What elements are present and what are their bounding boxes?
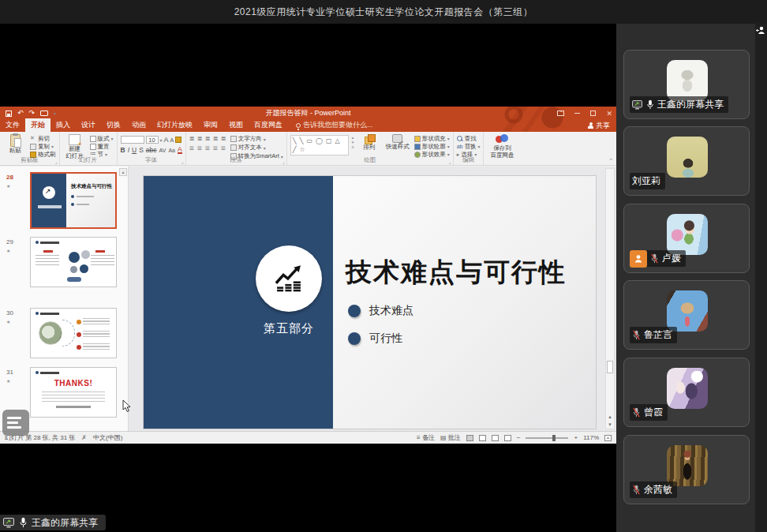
previous-slide-icon[interactable]: ▲ [606,414,614,419]
tab-slideshow[interactable]: 幻灯片放映 [152,118,198,132]
participant-tile[interactable]: 王鑫的屏幕共享 [623,50,750,119]
columns-icon[interactable] [221,146,227,152]
thanks-text: THANKS! [31,379,116,388]
tab-baidu-netdisk[interactable]: 百度网盘 [249,118,288,132]
notes-button[interactable]: ≡ 备注 [417,433,435,442]
shapes-scroll[interactable]: ▴▾≡ [352,135,354,149]
justify-icon[interactable] [213,146,219,152]
align-center-icon[interactable] [197,146,204,152]
copy-button[interactable]: 复制▾ [30,143,56,150]
arrange-button[interactable]: 排列 [357,133,381,152]
scrollbar-thumb[interactable] [607,361,613,373]
tab-insert[interactable]: 插入 [51,118,76,132]
quick-styles-button[interactable]: 快速样式 [384,133,411,151]
normal-view-icon[interactable] [466,435,473,441]
zoom-in-button[interactable]: + [574,434,578,441]
dialog-launcher-icon[interactable]: ⌟ [282,159,285,164]
shape-fill-button[interactable]: 形状填充▾ [414,135,450,142]
tell-me-box[interactable]: 告诉我您想要做什么... [296,120,373,132]
bullets-icon[interactable] [189,137,196,143]
meeting-toolbar-icon[interactable] [2,410,29,436]
spellcheck-icon[interactable]: ✗ [81,434,87,441]
fit-to-window-icon[interactable] [604,435,612,441]
align-left-icon[interactable] [189,146,196,152]
indent-decrease-icon[interactable] [205,137,211,143]
dialog-launcher-icon[interactable]: ⌟ [449,159,451,164]
slide-sorter-icon[interactable] [479,435,486,441]
ppt-status-bar: 幻灯片 第 28 张, 共 31 张 ✗ 中文(中国) ≡ 备注 ▤ 批注 − … [0,431,616,444]
collapse-sidebar-icon[interactable] [756,26,765,36]
participant-tile[interactable]: 卢媛 [623,204,750,273]
tab-design[interactable]: 设计 [76,118,101,132]
current-slide[interactable]: 第五部分 技术难点与可行性 技术难点 可行性 [144,176,596,429]
thumbs-scroll-up[interactable]: ▴ [119,168,127,176]
ribbon-options-button[interactable] [557,111,564,116]
thumbnail-slide-29[interactable] [30,237,117,287]
tab-home[interactable]: 开始 [25,118,51,132]
thumbnail-slide-28[interactable]: 技术难点与可行性 [30,172,117,229]
replace-button[interactable]: ab替换▾ [457,143,481,150]
indent-increase-icon[interactable] [213,137,219,143]
char-spacing-button[interactable]: AV [159,148,166,153]
paste-button[interactable]: 粘贴 [3,133,27,155]
zoom-level[interactable]: 117% [583,434,599,441]
shape-outline-button[interactable]: 形状轮廓▾ [414,143,450,150]
thumbnail-slide-31[interactable]: THANKS! [30,367,117,418]
maximize-button[interactable] [590,111,596,116]
language-indicator[interactable]: 中文(中国) [93,433,122,442]
change-case-button[interactable]: Aa [168,148,175,153]
shapes-gallery[interactable]: ╲╲▭◯▢△╱☆ [290,135,349,155]
numbering-icon[interactable] [197,137,204,143]
zoom-out-button[interactable]: − [517,434,521,441]
group-font: 10 ▾ A A B I U S abc AV [118,132,186,165]
cut-button[interactable]: 剪切 [30,135,56,142]
text-shadow-button[interactable]: S [139,146,144,154]
mouse-cursor [122,399,132,413]
tab-review[interactable]: 审阅 [198,118,223,132]
zoom-slider-thumb[interactable] [552,435,556,441]
participant-tile[interactable]: 鲁芷言 [623,280,750,350]
font-name-box[interactable] [121,136,144,144]
tab-animations[interactable]: 动画 [126,118,152,132]
tab-file[interactable]: 文件 [0,118,25,132]
share-button[interactable]: 共享 [588,121,610,131]
font-color-button[interactable]: A [178,146,182,155]
mic-muted-icon [632,485,641,495]
sidebar-edge [755,24,767,532]
align-right-icon[interactable] [205,146,211,152]
thumbnail-slide-30[interactable] [30,308,117,358]
layout-button[interactable]: 版式▾ [90,135,114,142]
comments-button[interactable]: ▤ 批注 [440,433,461,442]
grow-font-button[interactable]: A [164,136,169,144]
participant-tile[interactable]: 刘亚莉 [623,126,750,196]
participant-tile[interactable]: 曾霞 [623,358,750,427]
slide-thumbnail-panel: ▴ 28★ 技术难点与可行性 29★ [0,167,129,431]
italic-button[interactable]: I [128,146,129,154]
minimize-button[interactable] [574,113,580,114]
tab-transitions[interactable]: 切换 [101,118,126,132]
text-direction-button[interactable]: 文字方向▾ [230,135,283,143]
quick-styles-icon [392,134,402,143]
collapse-ribbon-icon[interactable]: ⌃ [608,158,613,164]
shrink-font-button[interactable]: A [170,137,174,143]
dialog-launcher-icon[interactable]: ⌟ [181,159,184,164]
close-button[interactable]: ✕ [606,110,612,118]
align-text-button[interactable]: 对齐文本▾ [230,144,283,152]
editor-scrollbar[interactable]: ▲ ▼ [605,168,615,429]
line-spacing-icon[interactable] [221,137,227,143]
mini-chart-icon [43,186,55,199]
participant-tile[interactable]: 余茜敏 [623,435,750,504]
next-slide-icon[interactable]: ▼ [606,422,614,427]
find-button[interactable]: 查找 [457,135,481,142]
strikethrough-button[interactable]: abc [146,146,157,154]
bold-button[interactable]: B [121,146,125,154]
reading-view-icon[interactable] [492,435,499,441]
zoom-slider[interactable] [526,437,568,439]
slideshow-view-icon[interactable] [504,435,511,441]
dialog-launcher-icon[interactable]: ⌟ [55,159,58,164]
tab-view[interactable]: 视图 [223,118,249,132]
clear-format-icon[interactable] [175,137,181,143]
font-size-box[interactable]: 10 [146,136,159,144]
underline-button[interactable]: U [132,146,137,154]
save-to-netdisk-button[interactable]: 保存到百度网盘 [487,133,517,159]
